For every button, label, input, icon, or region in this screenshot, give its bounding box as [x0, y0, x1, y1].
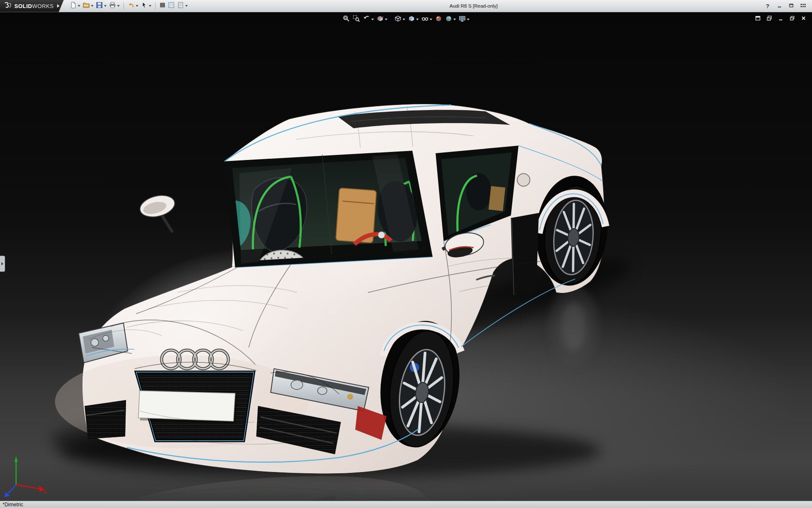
print-icon — [109, 2, 116, 10]
apply-scene-icon — [445, 15, 453, 24]
document-window-controls — [754, 15, 808, 23]
window-cascade-icon — [766, 15, 772, 23]
zoom-area-icon — [353, 15, 360, 24]
triad-x-label: X — [44, 489, 47, 495]
design-table-button[interactable] — [167, 1, 176, 11]
graphics-area[interactable]: X — [0, 12, 812, 501]
file-properties-button[interactable] — [176, 1, 189, 11]
minimize-icon — [777, 3, 782, 9]
minimize-button[interactable] — [775, 2, 784, 10]
model-canvas[interactable]: X — [0, 12, 812, 501]
previous-view-dropdown[interactable] — [371, 19, 374, 20]
hide-show-items-dropdown[interactable] — [430, 19, 432, 20]
maximize-restore-icon — [789, 3, 794, 9]
view-settings-button[interactable] — [458, 14, 470, 25]
grid-dots-icon — [800, 3, 806, 9]
undo-icon — [128, 2, 134, 10]
heads-up-view-toolbar — [342, 14, 470, 25]
restore-document-button[interactable] — [788, 15, 796, 23]
apply-scene-button[interactable] — [444, 14, 457, 25]
featuremanager-flyout-tab[interactable] — [0, 256, 5, 272]
select-cursor-icon — [141, 2, 148, 10]
hide-show-items-button[interactable] — [420, 14, 433, 25]
save-button[interactable] — [95, 1, 107, 11]
window-close-icon — [801, 15, 807, 23]
color-swatches-icon — [159, 2, 165, 10]
dassault-3ds-logo-icon — [3, 2, 12, 10]
file-properties-dropdown[interactable] — [185, 5, 188, 7]
main-toolbar — [69, 1, 189, 11]
section-view-icon — [376, 15, 384, 24]
open-folder-icon — [83, 2, 90, 10]
flyout-arrow-icon — [1, 262, 3, 265]
section-view-button[interactable] — [376, 14, 388, 25]
eye-glasses-icon — [421, 15, 429, 24]
task-pane-grid-button[interactable] — [798, 2, 808, 10]
save-dropdown[interactable] — [104, 5, 107, 7]
new-window-button[interactable] — [754, 15, 762, 23]
solidworks-logo: SOLIDWORKS — [0, 0, 64, 12]
file-properties-icon — [177, 2, 184, 10]
arrange-windows-button[interactable] — [765, 15, 774, 23]
view-orientation-dropdown[interactable] — [403, 19, 405, 20]
minimize-document-button[interactable] — [776, 15, 785, 23]
toolbar-separator — [123, 2, 124, 10]
window-minimize-icon — [778, 15, 784, 23]
print-dropdown[interactable] — [117, 5, 120, 7]
zoom-fit-icon — [343, 15, 350, 24]
view-orientation-button[interactable] — [393, 14, 406, 25]
save-icon — [96, 2, 103, 10]
color-swatches-button[interactable] — [159, 1, 166, 11]
brand-name: SOLIDWORKS — [14, 3, 54, 9]
titlebar: SOLIDWORKS — [0, 0, 812, 12]
statusbar: *Dimetric — [0, 501, 812, 508]
window-tile-icon — [755, 15, 761, 23]
previous-view-icon — [363, 15, 370, 24]
window-restore-icon — [789, 15, 795, 23]
window-controls: ? — [759, 2, 812, 10]
view-cube-icon — [394, 15, 402, 24]
display-style-dropdown[interactable] — [416, 19, 419, 20]
window-title: Audi R8 S [Read-only] — [450, 3, 498, 8]
zoom-to-fit-button[interactable] — [342, 14, 351, 25]
open-dropdown[interactable] — [91, 5, 93, 7]
view-settings-dropdown[interactable] — [467, 19, 469, 20]
view-orientation-label: *Dimetric — [0, 502, 23, 508]
previous-view-button[interactable] — [362, 14, 375, 25]
select-dropdown[interactable] — [149, 5, 151, 7]
solidworks-window: SOLIDWORKS — [0, 0, 812, 508]
undo-dropdown[interactable] — [136, 5, 138, 7]
menu-expand-arrow[interactable] — [57, 4, 60, 8]
edit-appearance-button[interactable] — [434, 14, 443, 25]
table-sheet-icon — [168, 2, 175, 10]
help-button[interactable]: ? — [763, 2, 772, 10]
open-button[interactable] — [82, 1, 94, 11]
display-style-button[interactable] — [407, 14, 420, 25]
display-style-icon — [408, 15, 415, 24]
close-document-button[interactable] — [799, 15, 808, 23]
print-button[interactable] — [108, 1, 121, 11]
view-settings-icon — [458, 15, 466, 24]
new-document-dropdown[interactable] — [78, 5, 80, 7]
zoom-to-area-button[interactable] — [352, 14, 361, 25]
section-view-dropdown[interactable] — [385, 19, 387, 20]
apply-scene-dropdown[interactable] — [453, 19, 456, 20]
new-document-icon — [70, 2, 77, 10]
maximize-button[interactable] — [787, 2, 796, 10]
appearance-ball-icon — [435, 15, 442, 24]
undo-button[interactable] — [127, 1, 139, 11]
select-button[interactable] — [140, 1, 152, 11]
toolbar-separator — [155, 2, 156, 10]
help-icon: ? — [766, 3, 769, 9]
new-document-button[interactable] — [69, 1, 81, 11]
title-area: Audi R8 S [Read-only] — [189, 3, 759, 8]
